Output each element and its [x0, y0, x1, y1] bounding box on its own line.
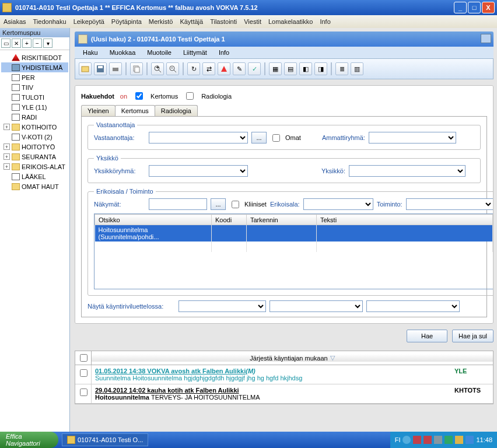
results-sort-button[interactable]: Järjestä käyntiajan mukaan ▽: [92, 354, 493, 362]
tool-check-icon[interactable]: ✓: [248, 62, 261, 75]
tray-icon-6[interactable]: [455, 436, 463, 444]
grid-cell-teksti[interactable]: [317, 225, 493, 242]
tool-misc1-icon[interactable]: ◧: [299, 62, 312, 75]
taskbar-task-button[interactable]: 010741-A010 Testi O...: [62, 433, 148, 446]
grid-cell-otsikko[interactable]: Hoitosuunnitelma (Suunnitelma/pohdi...: [95, 225, 212, 242]
grid-cell-koodi[interactable]: [212, 225, 247, 242]
result-checkbox[interactable]: [80, 388, 88, 396]
combo-ammattiryhma[interactable]: [369, 132, 456, 144]
checkbox-kliiniset[interactable]: [232, 201, 239, 208]
tree-node-riskitiedot[interactable]: RISKITIEDOT: [1, 52, 68, 62]
combo-nayta-1[interactable]: [178, 300, 266, 312]
tray-icon-2[interactable]: [413, 436, 421, 444]
tree-expand-icon[interactable]: +: [4, 144, 10, 150]
tool-misc2-icon[interactable]: ◨: [314, 62, 327, 75]
tool-cols-icon[interactable]: ▥: [351, 62, 363, 75]
tray-icon-1[interactable]: [402, 436, 411, 444]
tool-copy-icon[interactable]: [130, 62, 143, 75]
tool-link-icon[interactable]: ⇄: [202, 62, 215, 75]
tool-list-icon[interactable]: ≣: [335, 62, 348, 75]
tool-warn-icon[interactable]: [218, 62, 230, 75]
tree-tool-close-icon[interactable]: ✕: [12, 38, 21, 48]
child-window-minimize-button[interactable]: [481, 34, 491, 43]
checkbox-omat[interactable]: [272, 134, 280, 142]
criteria-grid[interactable]: Otsikko Koodi Tarkennin Teksti Hoitosuun…: [94, 214, 494, 289]
tree-expand-icon[interactable]: +: [4, 153, 10, 160]
tree-node-radi[interactable]: RADI: [1, 112, 68, 122]
tray-lang[interactable]: FI: [395, 436, 401, 443]
tree-tool-doc-icon[interactable]: ▭: [1, 38, 10, 48]
tree-expand-icon[interactable]: +: [4, 163, 10, 170]
tool-zoom-out-icon[interactable]: -: [166, 62, 179, 75]
tool-grid-icon[interactable]: ▦: [269, 62, 282, 75]
result-link[interactable]: 29.04.2012 14:02 kauha kotih atk Falben …: [95, 387, 239, 394]
tool-table-icon[interactable]: ▤: [284, 62, 297, 75]
result-checkbox[interactable]: [80, 369, 88, 377]
tool-refresh-icon[interactable]: ↻: [187, 62, 200, 75]
menu-asiakas[interactable]: Asiakas: [4, 18, 26, 25]
input-nakymat[interactable]: [149, 198, 207, 210]
submenu-muokkaa[interactable]: Muokkaa: [110, 49, 136, 56]
tool-zoom-in-icon[interactable]: +: [151, 62, 164, 75]
tree-node-tuloti[interactable]: TULOTI: [1, 92, 68, 102]
results-select-all-checkbox[interactable]: [80, 354, 88, 362]
tool-open-icon[interactable]: [79, 62, 92, 75]
hae-button[interactable]: Hae: [407, 330, 447, 342]
tray-icon-4[interactable]: [434, 436, 442, 444]
tree-tool-plus-icon[interactable]: +: [22, 38, 32, 48]
tab-kertomus[interactable]: Kertomus: [115, 105, 155, 116]
tree-node-yhdistelm-[interactable]: YHDISTELMÄ: [1, 62, 68, 72]
system-tray[interactable]: FI 11:48: [390, 432, 497, 448]
col-teksti[interactable]: Teksti: [317, 215, 493, 225]
menu-info[interactable]: Info: [320, 18, 330, 25]
checkbox-kertomus[interactable]: [135, 92, 143, 100]
tree-node-hoitoty-[interactable]: +HOITOTYÖ: [1, 142, 68, 152]
combo-nayta-3[interactable]: [366, 300, 460, 312]
result-link[interactable]: 01.05.2012 14:38 VOKVA avosh atk Falben …: [95, 368, 246, 374]
tree-node-yle-11-[interactable]: YLE (11): [1, 102, 68, 112]
browse-vastaanottaja-button[interactable]: ...: [251, 132, 267, 144]
tree-node-per[interactable]: PER: [1, 72, 68, 82]
combo-nayta-2[interactable]: [270, 300, 363, 312]
tab-radiologia[interactable]: Radiologia: [155, 105, 198, 116]
tree-node-erikois-alat[interactable]: +ERIKOIS-ALAT: [1, 162, 68, 172]
menu-poytapinta[interactable]: Pöytäpinta: [111, 18, 142, 25]
tree-node-omat-haut[interactable]: OMAT HAUT: [1, 181, 68, 191]
menu-leikepoyta[interactable]: Leikepöytä: [74, 18, 104, 25]
menu-merkisto[interactable]: Merkistö: [149, 18, 173, 25]
tree-node-seuranta[interactable]: +SEURANTA: [1, 152, 68, 162]
submenu-haku[interactable]: Haku: [83, 49, 98, 56]
grid-cell-tarkennin[interactable]: [247, 225, 317, 242]
tray-icon-5[interactable]: [444, 436, 453, 444]
window-minimize-button[interactable]: _: [454, 2, 467, 13]
menu-tilastointi[interactable]: Tilastointi: [210, 18, 237, 25]
window-maximize-button[interactable]: □: [468, 2, 481, 13]
combo-toiminto[interactable]: [406, 198, 494, 210]
tool-save-icon[interactable]: [94, 62, 107, 75]
tab-yleinen[interactable]: Yleinen: [81, 105, 116, 116]
submenu-liittymat[interactable]: Liittymät: [183, 49, 207, 56]
tree-expand-icon[interactable]: +: [4, 124, 10, 130]
combo-yksikkoryhma[interactable]: [149, 165, 248, 177]
menu-lomakelaatikko[interactable]: Lomakelaatikko: [268, 18, 313, 25]
combo-yksikko[interactable]: [349, 165, 466, 177]
browse-nakymat-button[interactable]: ...: [211, 198, 226, 210]
tree-node-v-koti-2-[interactable]: V-KOTI (2): [1, 132, 68, 142]
tree-tool-chevron-icon[interactable]: ▾: [43, 38, 52, 48]
menu-tiedonhaku[interactable]: Tiedonhaku: [33, 18, 66, 25]
submenu-info[interactable]: Info: [219, 49, 229, 56]
tree-node-l-kel[interactable]: LÄÄKEL: [1, 172, 68, 181]
checkbox-radiologia[interactable]: [186, 92, 194, 100]
submenu-muotoile[interactable]: Muotoile: [147, 49, 172, 56]
tool-print-icon[interactable]: [109, 62, 122, 75]
combo-vastaanottaja[interactable]: [149, 132, 248, 144]
tray-icon-7[interactable]: [466, 436, 474, 444]
menu-kayttaja[interactable]: Käyttäjä: [180, 18, 203, 25]
start-button[interactable]: Effica Navigaattori: [0, 432, 58, 448]
tree-node-tiiv[interactable]: TIIV: [1, 82, 68, 92]
tool-edit-icon[interactable]: ✎: [233, 62, 246, 75]
col-koodi[interactable]: Koodi: [212, 215, 247, 225]
tree-tool-minus-icon[interactable]: −: [33, 38, 42, 48]
combo-erikoisala[interactable]: [303, 198, 373, 210]
tree-view[interactable]: RISKITIEDOTYHDISTELMÄPERTIIVTULOTIYLE (1…: [0, 50, 69, 432]
